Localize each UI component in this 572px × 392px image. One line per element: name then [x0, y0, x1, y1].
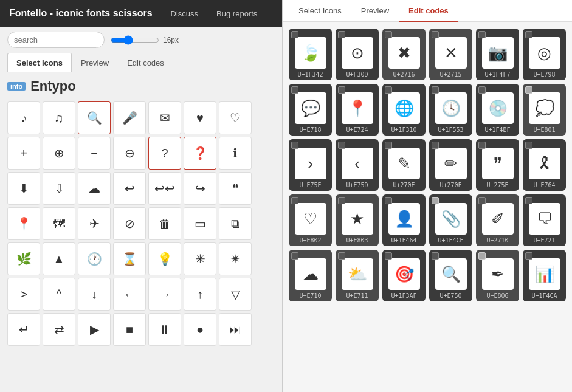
icon-cell[interactable]: ⬇: [7, 172, 40, 205]
discuss-link[interactable]: Discuss: [171, 9, 199, 18]
icon-cell[interactable]: ✴: [219, 242, 252, 275]
card-checkbox[interactable]: [338, 197, 345, 204]
icon-cell[interactable]: ♪: [7, 101, 40, 134]
icon-cell[interactable]: ↩: [113, 172, 146, 205]
icon-cell[interactable]: →: [148, 278, 181, 311]
icon-card[interactable]: ☁U+E710: [289, 250, 332, 301]
card-checkbox[interactable]: [291, 142, 298, 149]
icon-cell[interactable]: ❓: [184, 137, 216, 170]
card-checkbox[interactable]: [525, 31, 532, 38]
icon-cell[interactable]: ♥: [184, 101, 216, 134]
tab-edit-codes[interactable]: Edit codes: [118, 53, 173, 72]
icon-cell[interactable]: ☁: [78, 172, 111, 205]
icon-cell[interactable]: ?: [148, 137, 181, 170]
icon-cell[interactable]: 🔍: [78, 101, 111, 134]
card-checkbox[interactable]: [291, 197, 298, 204]
icon-cell[interactable]: ▭: [184, 207, 216, 240]
card-checkbox[interactable]: [478, 86, 486, 94]
icon-card[interactable]: 💬U+E718: [289, 84, 332, 136]
icon-card[interactable]: ⛅U+E711: [336, 250, 379, 301]
icon-card[interactable]: ✕U+2715: [429, 29, 472, 80]
icon-cell[interactable]: −: [78, 137, 111, 170]
icon-cell[interactable]: ⊖: [113, 137, 146, 170]
icon-card[interactable]: 📎U+1F4CE: [429, 194, 472, 246]
icon-card[interactable]: ✖U+2716: [382, 29, 426, 80]
right-tab-preview[interactable]: Preview: [351, 0, 399, 22]
size-slider[interactable]: [111, 35, 159, 45]
icon-cell[interactable]: ⏸: [148, 313, 181, 346]
icon-cell[interactable]: ↵: [7, 313, 40, 346]
icon-card[interactable]: 🔍U+E750: [429, 250, 472, 301]
icon-cell[interactable]: ▶: [78, 313, 111, 346]
icon-card[interactable]: 💿U+1F4BF: [476, 84, 519, 136]
icon-card[interactable]: 🎯U+1F3AF: [382, 250, 426, 301]
icon-cell[interactable]: >: [7, 278, 40, 311]
card-checkbox[interactable]: [478, 31, 486, 38]
card-checkbox[interactable]: [432, 197, 439, 204]
icon-card[interactable]: 📍U+E724: [336, 84, 379, 136]
card-checkbox[interactable]: [478, 197, 486, 204]
card-checkbox[interactable]: [385, 31, 392, 38]
icon-cell[interactable]: ⧉: [219, 207, 252, 240]
card-checkbox[interactable]: [525, 252, 532, 260]
icon-cell[interactable]: ↩↩: [148, 172, 181, 205]
icon-cell[interactable]: ▽: [219, 278, 252, 311]
icon-card[interactable]: ✎U+270E: [382, 139, 426, 191]
icon-card[interactable]: 🌐U+1F310: [382, 84, 426, 136]
icon-cell[interactable]: ♫: [43, 101, 75, 134]
tab-select-icons[interactable]: Select Icons: [7, 53, 72, 72]
icon-card[interactable]: ⊙U+F30D: [336, 29, 379, 80]
icon-card[interactable]: ›U+E75E: [289, 139, 332, 191]
right-tab-select-icons[interactable]: Select Icons: [289, 0, 351, 22]
icon-cell[interactable]: ℹ: [219, 137, 252, 170]
icon-card[interactable]: ♡U+E802: [289, 194, 332, 246]
icon-cell[interactable]: 🗑: [148, 207, 181, 240]
icon-card[interactable]: ‹U+E75D: [336, 139, 379, 191]
card-checkbox[interactable]: [291, 86, 298, 94]
icon-cell[interactable]: 🎤: [113, 101, 146, 134]
icon-cell[interactable]: ♡: [219, 101, 252, 134]
card-checkbox[interactable]: [338, 86, 345, 94]
icon-card[interactable]: ◎U+E798: [523, 29, 566, 80]
icon-cell[interactable]: ✳: [184, 242, 216, 275]
icon-cell[interactable]: ●: [184, 313, 216, 346]
icon-card[interactable]: ✏U+270F: [429, 139, 472, 191]
card-checkbox[interactable]: [291, 31, 298, 38]
icon-cell[interactable]: ↓: [78, 278, 111, 311]
icon-cell[interactable]: 🌿: [7, 242, 40, 275]
icon-card[interactable]: 📷U+1F4F7: [476, 29, 519, 80]
icon-cell[interactable]: ❝: [219, 172, 252, 205]
icon-card[interactable]: 💭U+E801: [523, 84, 566, 136]
icon-card[interactable]: 👤U+1F464: [382, 194, 426, 246]
card-checkbox[interactable]: [432, 252, 439, 260]
icon-cell[interactable]: 💡: [148, 242, 181, 275]
card-checkbox[interactable]: [338, 142, 345, 149]
icon-card[interactable]: 🍃U+1F342: [289, 29, 332, 80]
icon-card[interactable]: ❞U+275E: [476, 139, 519, 191]
icon-cell[interactable]: 🗺: [43, 207, 75, 240]
tab-preview[interactable]: Preview: [72, 53, 118, 72]
icon-card[interactable]: 🕓U+1F553: [429, 84, 472, 136]
icon-cell[interactable]: ✈: [78, 207, 111, 240]
icon-card[interactable]: ✐U+2710: [476, 194, 519, 246]
card-checkbox[interactable]: [432, 86, 439, 94]
card-checkbox[interactable]: [291, 252, 298, 260]
card-checkbox[interactable]: [525, 197, 532, 204]
icon-card[interactable]: 📊U+1F4CA: [523, 250, 566, 301]
icon-cell[interactable]: ⇩: [43, 172, 75, 205]
icon-card[interactable]: ★U+E803: [336, 194, 379, 246]
icon-cell[interactable]: ⊘: [113, 207, 146, 240]
icon-cell[interactable]: ✉: [148, 101, 181, 134]
icon-cell[interactable]: ⌛: [113, 242, 146, 275]
card-checkbox[interactable]: [478, 252, 486, 260]
card-checkbox[interactable]: [525, 142, 532, 149]
card-checkbox[interactable]: [338, 31, 345, 38]
icon-cell[interactable]: ⇄: [43, 313, 75, 346]
icon-cell[interactable]: 🕐: [78, 242, 111, 275]
card-checkbox[interactable]: [385, 86, 392, 94]
card-checkbox[interactable]: [478, 142, 486, 149]
icon-card[interactable]: 🗨U+E721: [523, 194, 566, 246]
icon-cell[interactable]: ▲: [43, 242, 75, 275]
icon-cell[interactable]: ↑: [184, 278, 216, 311]
icon-cell[interactable]: ⊕: [43, 137, 75, 170]
